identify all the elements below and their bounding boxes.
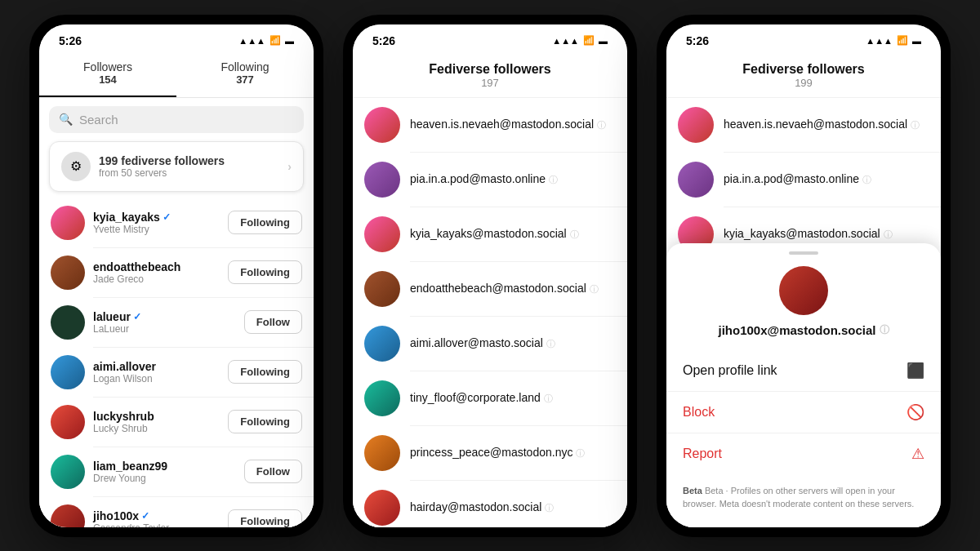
block-label: Block	[683, 405, 906, 420]
username: luckyshrub	[93, 410, 220, 423]
tab-followers-count: 154	[46, 73, 170, 86]
follow-button[interactable]: Following	[228, 360, 302, 384]
fedi-username: heaven.is.nevaeh@mastodon.socialⓘ	[410, 118, 606, 131]
phone-3: 5:26 ▲▲▲ 📶 ▬ Fediverse followers 199 hea…	[657, 15, 951, 537]
page-header-2: Fediverse followers 197	[353, 51, 627, 98]
fedi-title: 199 fediverse followers	[99, 154, 279, 167]
fedi-list-item-3[interactable]: pia.in.a.pod@masto.onlineⓘ	[666, 153, 941, 207]
fedi-list-item[interactable]: kyia_kayaks@mastodon.socialⓘ	[353, 207, 627, 262]
fedi-username: aimi.allover@masto.socialⓘ	[410, 336, 555, 350]
tab-following[interactable]: Following 377	[176, 51, 314, 97]
fedi-text: 199 fediverse followers from 50 servers	[99, 154, 279, 179]
info-icon: ⓘ	[544, 393, 553, 403]
avatar	[51, 455, 85, 489]
display-name: Yvette Mistry	[93, 224, 220, 235]
fedi-avatar	[364, 107, 400, 143]
info-icon: ⓘ	[546, 339, 555, 349]
search-placeholder: Search	[79, 113, 118, 127]
followers-list: kyia_kayaks✓ Yvette Mistry Following end…	[39, 198, 314, 527]
page-subtitle-3: 199	[676, 77, 931, 89]
sheet-handle	[789, 251, 818, 255]
info-icon: ⓘ	[597, 120, 606, 130]
fedi-username: endoatthebeach@mastodon.socialⓘ	[410, 282, 599, 295]
fediverse-list-2: heaven.is.nevaeh@mastodon.socialⓘ pia.in…	[353, 98, 627, 527]
wifi-icon-3: 📶	[897, 35, 908, 46]
status-icons-3: ▲▲▲ 📶 ▬	[866, 35, 921, 46]
user-info: jiho100x✓ Cassandra Taylor	[93, 509, 220, 527]
fedi-avatar	[364, 380, 400, 416]
block-action[interactable]: Block 🚫	[666, 392, 941, 433]
fedi-username-3: heaven.is.nevaeh@mastodon.socialⓘ	[724, 118, 920, 131]
follow-button[interactable]: Following	[228, 410, 302, 433]
report-action[interactable]: Report ⚠	[666, 433, 941, 474]
avatar	[51, 256, 85, 290]
username: endoatthebeach	[93, 260, 220, 273]
signal-icon: ▲▲▲	[238, 36, 265, 46]
tab-followers-label: Followers	[46, 60, 170, 73]
fedi-list-item-3[interactable]: heaven.is.nevaeh@mastodon.socialⓘ	[666, 98, 941, 153]
avatar	[51, 405, 85, 439]
tab-following-label: Following	[183, 60, 307, 73]
fedi-list-item[interactable]: endoatthebeach@mastodon.socialⓘ	[353, 262, 627, 317]
follower-item: kyia_kayaks✓ Yvette Mistry Following	[39, 198, 314, 248]
user-info: aimi.allover Logan Wilson	[93, 360, 220, 384]
follower-item: lalueur✓ LaLueur Follow	[39, 298, 314, 348]
beta-text: Beta Beta · Profiles on other servers wi…	[666, 474, 941, 511]
fedi-sub: from 50 servers	[99, 167, 279, 179]
verify-badge: ✓	[141, 510, 149, 522]
follow-button[interactable]: Following	[228, 260, 302, 284]
battery-icon: ▬	[285, 36, 294, 46]
report-label: Report	[683, 447, 911, 461]
fedi-list-item[interactable]: pia.in.a.pod@masto.onlineⓘ	[353, 153, 627, 207]
fedi-username: kyia_kayaks@mastodon.socialⓘ	[410, 227, 579, 241]
username: kyia_kayaks✓	[93, 211, 220, 224]
fedi-list-item[interactable]: princess_peace@mastodon.nycⓘ	[353, 426, 627, 481]
follower-item: aimi.allover Logan Wilson Following	[39, 348, 314, 398]
username: aimi.allover	[93, 360, 220, 373]
follow-button[interactable]: Follow	[244, 310, 302, 334]
phone-2: 5:26 ▲▲▲ 📶 ▬ Fediverse followers 197 hea…	[343, 15, 637, 537]
fedi-avatar	[364, 490, 400, 526]
fedi-username: hairday@mastodon.socialⓘ	[410, 500, 554, 514]
page-subtitle-2: 197	[363, 77, 617, 89]
phone1-content: Followers 154 Following 377 🔍 Search ⚙ 1…	[39, 51, 314, 527]
sheet-username: jiho100x@mastodon.social ⓘ	[666, 323, 941, 337]
battery-icon-3: ▬	[912, 36, 921, 46]
signal-icon-2: ▲▲▲	[552, 36, 579, 46]
info-icon-3: ⓘ	[862, 175, 871, 184]
signal-icon-3: ▲▲▲	[866, 36, 893, 46]
fedi-avatar-3	[678, 107, 714, 143]
time-1: 5:26	[59, 34, 82, 47]
info-icon: ⓘ	[570, 229, 579, 239]
user-info: kyia_kayaks✓ Yvette Mistry	[93, 211, 220, 235]
fedi-list-item[interactable]: tiny_floof@corporate.landⓘ	[353, 371, 627, 426]
status-icons-2: ▲▲▲ 📶 ▬	[552, 35, 608, 46]
status-icons-1: ▲▲▲ 📶 ▬	[238, 35, 294, 46]
fedi-list-item[interactable]: aimi.allover@masto.socialⓘ	[353, 317, 627, 371]
user-info: lalueur✓ LaLueur	[93, 310, 236, 335]
follow-button[interactable]: Following	[228, 211, 302, 234]
avatar	[51, 305, 85, 340]
tabs-header: Followers 154 Following 377	[39, 51, 314, 98]
page-title-3: Fediverse followers	[676, 62, 931, 77]
fedi-avatar	[364, 435, 400, 471]
search-icon: 🔍	[59, 113, 73, 126]
display-name: Logan Wilson	[93, 373, 220, 384]
fedi-username-3: pia.in.a.pod@masto.onlineⓘ	[724, 172, 871, 186]
report-icon: ⚠	[911, 445, 924, 463]
fedi-list-item[interactable]: hairday@mastodon.socialⓘ	[353, 481, 627, 527]
display-name: Jade Greco	[93, 273, 220, 285]
search-box[interactable]: 🔍 Search	[49, 106, 304, 133]
tab-followers[interactable]: Followers 154	[39, 51, 176, 97]
follow-button[interactable]: Following	[228, 509, 302, 527]
open-profile-action[interactable]: Open profile link ⬛	[666, 350, 941, 392]
fedi-avatar	[364, 216, 400, 252]
time-2: 5:26	[372, 34, 395, 47]
avatar	[51, 206, 85, 240]
follow-button[interactable]: Follow	[244, 460, 302, 483]
fedi-list-item[interactable]: heaven.is.nevaeh@mastodon.socialⓘ	[353, 98, 627, 153]
fediverse-banner[interactable]: ⚙ 199 fediverse followers from 50 server…	[49, 141, 304, 192]
info-icon: ⓘ	[576, 448, 585, 458]
display-name: Cassandra Taylor	[93, 522, 220, 527]
phone3-content: Fediverse followers 199 heaven.is.nevaeh…	[666, 51, 941, 527]
